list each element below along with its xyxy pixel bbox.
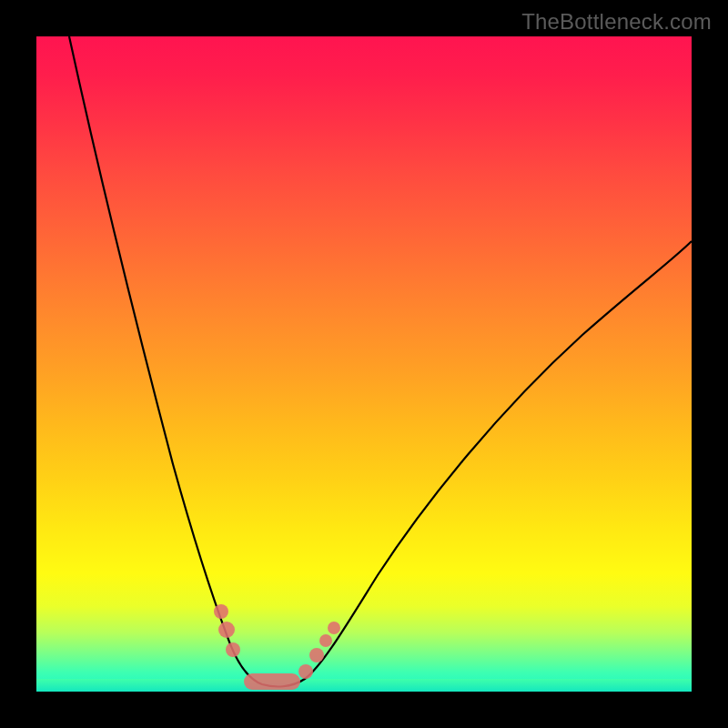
plot-area bbox=[36, 36, 692, 692]
chart-frame: TheBottleneck.com bbox=[0, 0, 728, 728]
marker-left-2 bbox=[218, 622, 235, 638]
marker-right-3 bbox=[319, 634, 332, 647]
marker-right-4 bbox=[328, 622, 340, 634]
watermark-label: TheBottleneck.com bbox=[521, 9, 712, 35]
marker-floor bbox=[244, 673, 300, 690]
marker-right-1 bbox=[298, 664, 313, 679]
marker-left-1 bbox=[214, 604, 228, 619]
bottleneck-curve bbox=[69, 36, 692, 686]
marker-left-3 bbox=[226, 642, 240, 657]
plot-svg bbox=[36, 36, 692, 692]
marker-right-2 bbox=[309, 648, 324, 662]
